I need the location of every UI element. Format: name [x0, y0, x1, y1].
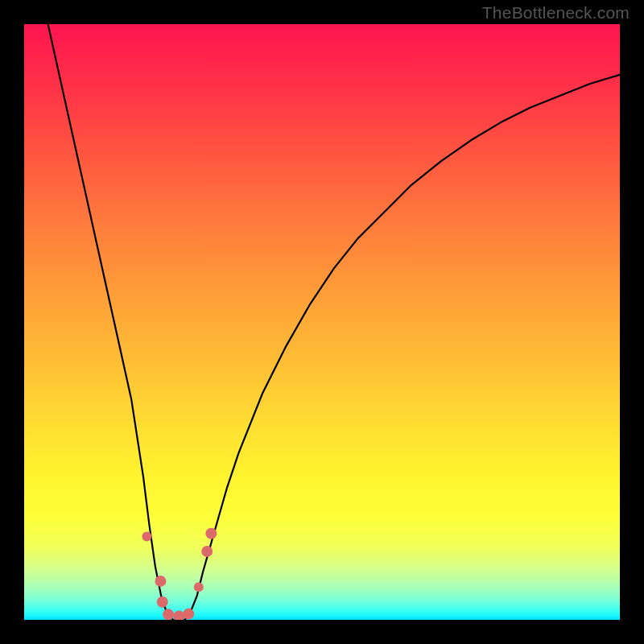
curve-marker — [173, 611, 184, 620]
curve-marker — [155, 576, 166, 587]
curve-marker — [194, 582, 204, 592]
curve-marker — [163, 609, 174, 620]
chart-frame: TheBottleneck.com — [0, 0, 644, 644]
curve-marker — [205, 528, 217, 539]
plot-area — [24, 24, 620, 620]
curve-marker — [157, 597, 168, 608]
markers-group — [142, 528, 217, 620]
bottleneck-curve — [48, 24, 620, 620]
curve-layer — [24, 24, 620, 620]
curve-marker — [183, 609, 194, 620]
watermark-text: TheBottleneck.com — [482, 3, 630, 23]
curve-marker — [201, 546, 213, 557]
curve-marker — [142, 531, 151, 541]
